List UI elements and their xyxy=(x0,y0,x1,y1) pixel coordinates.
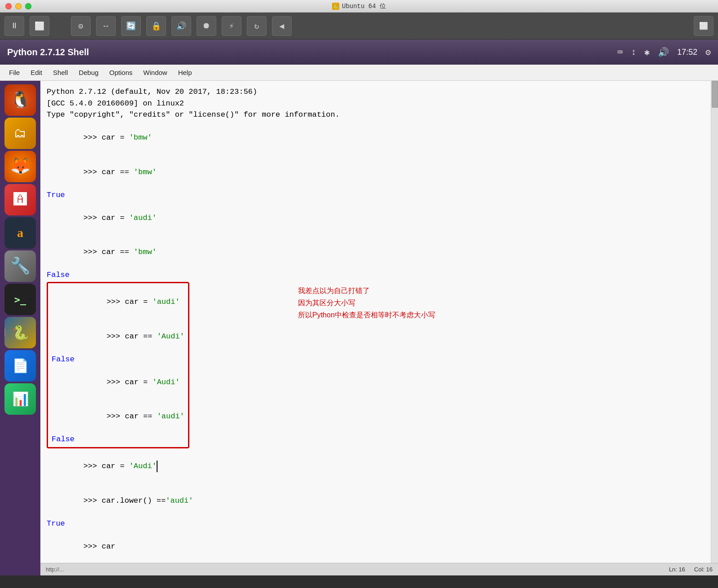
code: car = xyxy=(125,298,152,306)
cmd-line-3: >>> car = 'audi' xyxy=(47,201,712,235)
string-val: 'audi' xyxy=(129,214,157,222)
cmd-line-8: >>> car == 'audi' xyxy=(52,399,184,434)
code: car == xyxy=(101,168,133,176)
code: car = xyxy=(101,133,129,142)
menu-window[interactable]: Window xyxy=(138,67,172,78)
usb-button[interactable]: ⚡ xyxy=(222,16,241,36)
red-box-section: >>> car = 'audi' >>> car == 'Audi' False… xyxy=(47,281,712,449)
menu-debug[interactable]: Debug xyxy=(73,67,104,78)
menu-shell[interactable]: Shell xyxy=(48,67,73,78)
annotation-text: 我差点以为自己打错了 因为其区分大小写 所以Python中检查是否相等时不考虑大… xyxy=(298,285,435,321)
sidebar-item-ubuntu[interactable]: 🐧 xyxy=(4,84,36,116)
annotation-line-2: 因为其区分大小写 xyxy=(298,297,435,309)
sidebar-item-firefox[interactable]: 🦊 xyxy=(4,151,36,182)
toolbar: ⏸ ⬜ ⚙ ↔ 🔄 🔒 🔊 ⏺ ⚡ ↻ ◀ ⬜ xyxy=(0,13,718,39)
prompt: >>> xyxy=(83,542,102,551)
result-value: True xyxy=(47,519,65,528)
sidebar-item-files[interactable]: 🗂 xyxy=(4,118,36,149)
close-button[interactable] xyxy=(5,3,12,9)
cmd-line-7: >>> car = 'Audi' xyxy=(52,365,184,399)
cmd-line-5: >>> car = 'audi' xyxy=(52,285,184,320)
title-icon: 🐍 xyxy=(332,3,339,10)
result-false-2: False xyxy=(52,354,184,365)
code: car = xyxy=(125,378,152,386)
code: car = xyxy=(101,462,129,470)
sidebar-item-writer[interactable]: 📄 xyxy=(4,350,36,382)
menu-file[interactable]: File xyxy=(4,67,25,78)
main-layout: 🐧 🗂 🦊 🅰 a 🔧 >_ 🐍 📄 📊 xyxy=(0,81,718,575)
arrows-icon: ↕ xyxy=(631,47,636,57)
bluetooth-icon: ✱ xyxy=(644,47,650,58)
refresh-button[interactable]: 🔄 xyxy=(121,16,141,36)
code: car xyxy=(101,542,115,551)
status-position: Ln: 16 Col: 16 xyxy=(669,566,713,573)
calc-icon: 📊 xyxy=(12,391,29,408)
code: car == xyxy=(101,248,133,256)
terminal-icon: >_ xyxy=(14,294,26,305)
scrollbar-thumb[interactable] xyxy=(712,81,718,108)
code: car == xyxy=(125,412,157,421)
scrollbar[interactable] xyxy=(711,81,718,563)
back-forward-button[interactable]: ↔ xyxy=(96,16,116,36)
cmd-line-1: >>> car = 'bmw' xyxy=(47,121,712,155)
cmd-line-10: >>> car.lower() =='audi' xyxy=(47,483,712,518)
result-true-1: True xyxy=(47,189,712,201)
status-url: http://... xyxy=(46,566,669,573)
clock: 17:52 xyxy=(677,48,697,57)
maximize-button[interactable] xyxy=(25,3,31,9)
info-line-1: Python 2.7.12 (default, Nov 20 2017, 18:… xyxy=(47,86,712,98)
title-text: Ubuntu 64 位 xyxy=(342,2,386,10)
sidebar-item-settings[interactable]: 🔧 xyxy=(4,250,36,282)
sidebar-item-terminal[interactable]: >_ xyxy=(4,284,36,315)
pause-button[interactable]: ⏸ xyxy=(4,16,24,36)
prompt: >>> xyxy=(83,496,102,505)
content-area: Python 2.7.12 (default, Nov 20 2017, 18:… xyxy=(40,81,718,575)
title-bar: 🐍 Ubuntu 64 位 xyxy=(0,0,718,13)
files-icon: 🗂 xyxy=(14,126,26,141)
sync-button[interactable]: ↻ xyxy=(247,16,267,36)
menu-edit[interactable]: Edit xyxy=(25,67,48,78)
writer-icon: 📄 xyxy=(12,358,29,374)
annotation-line-3: 所以Python中检查是否相等时不考虑大小写 xyxy=(298,309,435,321)
amazon-icon: a xyxy=(17,226,23,240)
lock-button[interactable]: 🔒 xyxy=(146,16,166,36)
sidebar-item-amazon[interactable]: a xyxy=(4,217,36,249)
sidebar-item-calc[interactable]: 📊 xyxy=(4,383,36,415)
prompt: >>> xyxy=(83,248,102,256)
string-val: 'audi' xyxy=(152,298,180,306)
sidebar-item-python[interactable]: 🐍 xyxy=(4,317,36,348)
info-line-3: Type "copyright", "credits" or "license(… xyxy=(47,109,712,121)
cmd-line-2: >>> car == 'bmw' xyxy=(47,155,712,189)
prompt: >>> xyxy=(83,133,102,142)
string-val: 'Audi' xyxy=(129,462,157,470)
volume-button[interactable]: 🔊 xyxy=(171,16,191,36)
string-val: 'audi' xyxy=(157,412,184,421)
result-true-2: True xyxy=(47,518,712,530)
window-controls xyxy=(5,3,31,9)
code: car == xyxy=(125,332,157,341)
collapse-button[interactable]: ⬜ xyxy=(694,16,714,36)
menu-options[interactable]: Options xyxy=(104,67,138,78)
stop-button[interactable]: ⬜ xyxy=(30,16,49,36)
col-number: Col: 16 xyxy=(694,566,713,573)
string-val: 'audi' xyxy=(166,496,193,505)
sidebar-item-appstore[interactable]: 🅰 xyxy=(4,184,36,215)
record-button[interactable]: ⏺ xyxy=(197,16,216,36)
arrow-button[interactable]: ◀ xyxy=(272,16,292,36)
cmd-line-11: >>> car xyxy=(47,529,712,563)
python-icon: 🐍 xyxy=(12,325,29,341)
cmd-line-4: >>> car == 'bmw' xyxy=(47,235,712,270)
ubuntu-icon: 🐧 xyxy=(10,90,31,110)
result-value: False xyxy=(47,271,70,279)
shell-header-right: ⌨ ↕ ✱ 🔊 17:52 ⚙ xyxy=(617,47,711,58)
string-val: 'bmw' xyxy=(134,168,157,176)
code: car = xyxy=(101,214,129,222)
menu-help[interactable]: Help xyxy=(173,67,197,78)
status-bar: http://... Ln: 16 Col: 16 xyxy=(40,563,718,575)
settings-icon: 🔧 xyxy=(10,256,31,276)
gear-icon[interactable]: ⚙ xyxy=(705,47,711,58)
minimize-button[interactable] xyxy=(15,3,22,9)
settings-button[interactable]: ⚙ xyxy=(71,16,91,36)
shell-output[interactable]: Python 2.7.12 (default, Nov 20 2017, 18:… xyxy=(40,81,718,563)
info-line-2: [GCC 5.4.0 20160609] on linux2 xyxy=(47,98,712,110)
